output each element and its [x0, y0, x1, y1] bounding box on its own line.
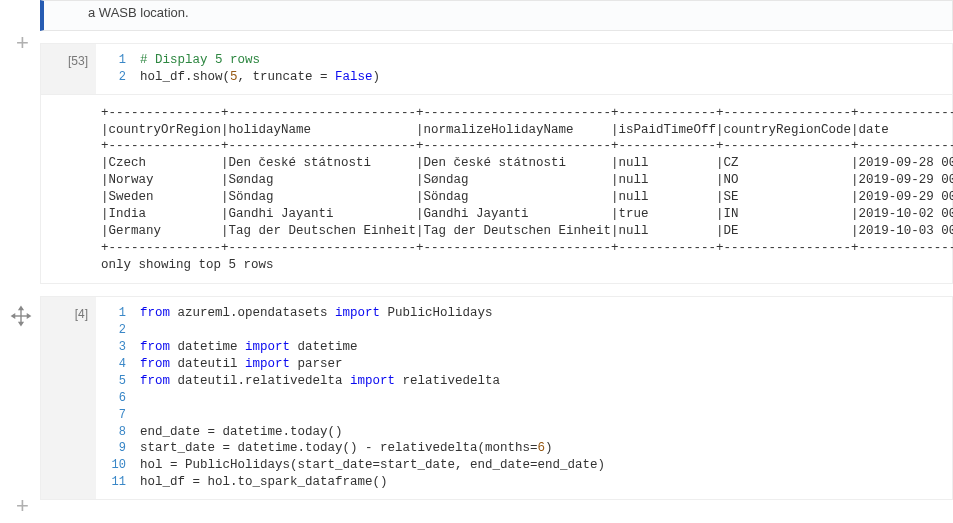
line-number: 8 — [102, 424, 126, 441]
code-text: hol_df.show(5, truncate = False) — [140, 69, 380, 86]
output-row: |Sweden |Söndag |Söndag |null |SE |2019-… — [101, 189, 952, 206]
output-border: +---------------+-----------------------… — [101, 138, 952, 155]
line-number: 3 — [102, 339, 126, 356]
code-text — [140, 390, 148, 407]
code-text: from dateutil import parser — [140, 356, 343, 373]
code-text: from azureml.opendatasets import PublicH… — [140, 305, 493, 322]
code-text: hol_df = hol.to_spark_dataframe() — [140, 474, 388, 491]
line-number: 9 — [102, 440, 126, 457]
output-row: |Czech |Den české státnosti |Den české s… — [101, 155, 952, 172]
output-footer: only showing top 5 rows — [101, 257, 952, 274]
move-icon — [10, 305, 32, 327]
output-row: |India |Gandhi Jayanti |Gandhi Jayanti |… — [101, 206, 952, 223]
cell-output: +---------------+-----------------------… — [40, 95, 953, 285]
code-text: start_date = datetime.today() - relative… — [140, 440, 553, 457]
info-banner: a WASB location. — [40, 0, 953, 31]
code-editor[interactable]: 1from azureml.opendatasets import Public… — [96, 297, 952, 499]
code-text: # Display 5 rows — [140, 52, 260, 69]
cell-prompt-label: [53] — [68, 54, 88, 68]
code-text: from datetime import datetime — [140, 339, 358, 356]
line-number: 11 — [102, 474, 126, 491]
code-cell-2[interactable]: [4] 1from azureml.opendatasets import Pu… — [40, 296, 953, 500]
code-text — [140, 407, 148, 424]
output-border: +---------------+-----------------------… — [101, 105, 952, 122]
cell-prompt: [53] — [41, 44, 96, 94]
output-border: +---------------+-----------------------… — [101, 240, 952, 257]
code-text: end_date = datetime.today() — [140, 424, 343, 441]
line-number: 10 — [102, 457, 126, 474]
output-row: |Germany |Tag der Deutschen Einheit|Tag … — [101, 223, 952, 240]
line-number: 2 — [102, 69, 126, 86]
line-number: 4 — [102, 356, 126, 373]
plus-icon: + — [16, 493, 29, 518]
output-header: |countryOrRegion|holidayName |normalizeH… — [101, 122, 952, 139]
line-number: 2 — [102, 322, 126, 339]
plus-icon: + — [16, 30, 29, 55]
code-cell-1[interactable]: [53] 1 # Display 5 rows 2 hol_df.show(5,… — [40, 43, 953, 95]
info-banner-text: a WASB location. — [88, 5, 189, 22]
code-editor[interactable]: 1 # Display 5 rows 2 hol_df.show(5, trun… — [96, 44, 952, 94]
code-line: 1 # Display 5 rows — [96, 52, 952, 69]
line-number: 7 — [102, 407, 126, 424]
code-text: from dateutil.relativedelta import relat… — [140, 373, 500, 390]
line-number: 6 — [102, 390, 126, 407]
cell-prompt: [4] — [41, 297, 96, 499]
cell-prompt-label: [4] — [75, 307, 88, 321]
output-row: |Norway |Søndag |Søndag |null |NO |2019-… — [101, 172, 952, 189]
add-cell-button-bottom[interactable]: + — [16, 495, 29, 517]
line-number: 5 — [102, 373, 126, 390]
cell-drag-handle[interactable] — [10, 305, 32, 330]
line-number: 1 — [102, 305, 126, 322]
add-cell-button-top[interactable]: + — [16, 32, 29, 54]
code-text: hol = PublicHolidays(start_date=start_da… — [140, 457, 605, 474]
code-text — [140, 322, 148, 339]
code-line: 2 hol_df.show(5, truncate = False) — [96, 69, 952, 86]
line-number: 1 — [102, 52, 126, 69]
